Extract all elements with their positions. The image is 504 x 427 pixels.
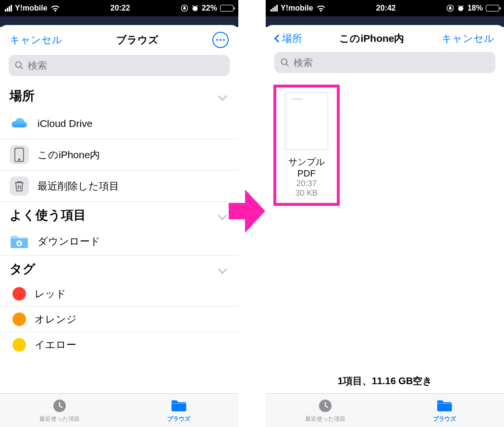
tag-yellow[interactable]: イエロー xyxy=(0,332,238,357)
svg-line-12 xyxy=(286,64,289,66)
file-content: サンプルPDF 20:37 30 KB xyxy=(266,80,504,370)
location-icloud[interactable]: iCloud Drive xyxy=(0,108,238,139)
row-label: レッド xyxy=(35,287,66,301)
more-button[interactable] xyxy=(212,32,229,48)
nav-title: ブラウズ xyxy=(116,33,159,47)
back-button[interactable]: 場所 xyxy=(275,32,302,45)
nav-bar: キャンセル ブラウズ xyxy=(0,25,238,53)
downloads-folder-icon xyxy=(10,233,29,250)
section-tags[interactable]: タグ xyxy=(0,256,238,281)
signal-icon xyxy=(270,5,278,12)
alarm-icon xyxy=(191,4,199,12)
folder-icon xyxy=(436,398,453,414)
back-label: 場所 xyxy=(282,32,302,45)
svg-point-5 xyxy=(19,159,20,161)
section-title: よく使う項目 xyxy=(10,207,86,224)
svg-line-3 xyxy=(21,67,23,69)
svg-rect-8 xyxy=(172,403,186,404)
tab-recents[interactable]: 最近使った項目 xyxy=(266,394,385,427)
status-bar: Y!mobile 20:22 22% xyxy=(0,0,238,16)
tab-label: ブラウズ xyxy=(433,415,456,423)
svg-rect-14 xyxy=(437,403,452,404)
chevron-left-icon xyxy=(274,35,283,43)
section-title: 場所 xyxy=(10,88,35,104)
row-label: イエロー xyxy=(35,338,76,352)
row-label: 最近削除した項目 xyxy=(37,179,119,193)
signal-icon xyxy=(5,5,12,12)
svg-point-2 xyxy=(16,62,22,68)
browse-sheet: キャンセル ブラウズ 場所 iCloud Drive xyxy=(0,25,238,427)
tab-label: ブラウズ xyxy=(167,415,190,423)
search-bar[interactable] xyxy=(274,52,495,73)
nav-bar: 場所 このiPhone内 キャンセル xyxy=(266,25,504,50)
tag-red[interactable]: レッド xyxy=(0,281,238,307)
battery-icon xyxy=(220,5,234,12)
arrow-annotation-icon xyxy=(229,189,265,233)
phone-right: Y!mobile 20:42 18% 場所 このiPhone内 キャンセル xyxy=(266,0,504,427)
search-icon xyxy=(14,61,24,70)
tag-dot-icon xyxy=(12,313,26,326)
clock-icon xyxy=(51,398,68,414)
phone-left: Y!mobile 20:22 22% キャンセル ブラウズ xyxy=(0,0,238,427)
tab-bar: 最近使った項目 ブラウズ xyxy=(266,393,504,427)
ellipsis-icon xyxy=(216,39,225,41)
clock-icon xyxy=(317,398,333,414)
file-size: 30 KB xyxy=(295,188,318,198)
row-label: ダウンロード xyxy=(37,235,100,248)
wifi-icon xyxy=(316,4,326,12)
search-bar[interactable] xyxy=(9,55,230,76)
clock: 20:42 xyxy=(326,4,446,13)
orientation-lock-icon xyxy=(181,4,188,12)
tag-dot-icon xyxy=(12,338,26,352)
battery-icon xyxy=(486,5,499,12)
file-time: 20:37 xyxy=(296,179,317,188)
svg-point-1 xyxy=(193,6,198,11)
location-recently-deleted[interactable]: 最近削除した項目 xyxy=(0,171,238,202)
location-on-iphone[interactable]: このiPhone内 xyxy=(0,139,238,171)
svg-point-10 xyxy=(458,6,464,11)
tag-dot-icon xyxy=(12,287,26,301)
row-label: iCloud Drive xyxy=(37,118,92,129)
tab-bar: 最近使った項目 ブラウズ xyxy=(0,393,238,427)
status-bar: Y!mobile 20:42 18% xyxy=(266,0,504,16)
search-input[interactable] xyxy=(294,57,490,68)
storage-status: 1項目、11.16 GB空き xyxy=(266,370,504,393)
tag-orange[interactable]: オレンジ xyxy=(0,307,238,332)
alarm-icon xyxy=(457,4,465,12)
search-input[interactable] xyxy=(28,60,224,71)
file-thumbnail-icon xyxy=(285,92,328,150)
cancel-button[interactable]: キャンセル xyxy=(10,33,62,47)
section-favorites[interactable]: よく使う項目 xyxy=(0,202,238,227)
tab-browse[interactable]: ブラウズ xyxy=(119,394,238,427)
carrier-label: Y!mobile xyxy=(15,4,48,13)
section-title: タグ xyxy=(10,261,36,277)
battery-pct: 18% xyxy=(467,4,483,13)
tab-recents[interactable]: 最近使った項目 xyxy=(0,394,119,427)
row-label: オレンジ xyxy=(35,313,77,326)
battery-pct: 22% xyxy=(202,4,217,13)
iphone-icon xyxy=(10,145,29,164)
wifi-icon xyxy=(50,4,60,12)
carrier-label: Y!mobile xyxy=(281,4,313,13)
tab-label: 最近使った項目 xyxy=(305,415,345,423)
row-label: このiPhone内 xyxy=(37,148,100,162)
file-item-sample-pdf[interactable]: サンプルPDF 20:37 30 KB xyxy=(273,85,340,206)
trash-icon xyxy=(10,176,29,196)
cancel-button[interactable]: キャンセル xyxy=(442,32,494,45)
svg-point-11 xyxy=(282,59,287,65)
location-sheet: 場所 このiPhone内 キャンセル サンプルPDF 20:37 30 KB xyxy=(266,25,504,427)
tab-browse[interactable]: ブラウズ xyxy=(385,394,504,427)
orientation-lock-icon xyxy=(446,4,454,12)
favorite-downloads[interactable]: ダウンロード xyxy=(0,227,238,256)
nav-title: このiPhone内 xyxy=(339,32,404,45)
icloud-icon xyxy=(10,114,29,133)
section-locations[interactable]: 場所 xyxy=(0,83,238,108)
file-name: サンプルPDF xyxy=(280,156,333,179)
chevron-down-icon xyxy=(218,91,227,101)
chevron-down-icon xyxy=(218,211,227,220)
browse-content: 場所 iCloud Drive このiPhone内 xyxy=(0,83,238,393)
tab-label: 最近使った項目 xyxy=(39,415,80,423)
chevron-down-icon xyxy=(218,264,227,274)
search-icon xyxy=(280,58,290,67)
file-grid: サンプルPDF 20:37 30 KB xyxy=(266,80,504,211)
